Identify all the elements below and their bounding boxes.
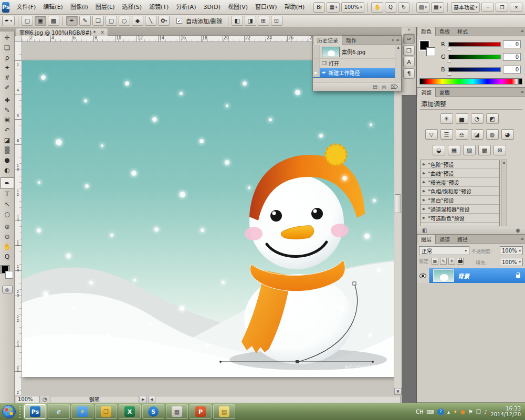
canvas-document[interactable]: ◫ www.nipic.com BY: younggg NO:200911211…	[22, 60, 394, 377]
history-brush-source-cell[interactable]	[313, 59, 320, 68]
channel-mixer-presets-row[interactable]: ▶"通道混和器"预设	[421, 205, 499, 214]
show-hidden-icons[interactable]: ▴	[447, 409, 450, 415]
restore-button[interactable]: ❐	[496, 3, 508, 12]
photo-filter-icon[interactable]: ◍	[486, 129, 499, 140]
lock-transparent-pixels-button[interactable]: ▦	[432, 258, 438, 265]
path-op-add-button[interactable]: ◧	[232, 16, 243, 26]
history-snapshot-row[interactable]: 案例6.jpg	[313, 45, 395, 59]
new-snapshot-icon[interactable]: ◎	[382, 84, 386, 90]
collapse-panel-icon[interactable]: «	[391, 38, 394, 43]
3d-rotate-tool[interactable]: ⊕	[1, 222, 14, 232]
taskbar-sogou-button[interactable]: S	[142, 404, 164, 419]
vibrance-icon[interactable]: ▽	[425, 129, 438, 140]
taskbar-weather-button[interactable]: ☀	[71, 404, 93, 419]
selective-color-presets-row[interactable]: ▶"可选颜色"预设	[421, 214, 499, 223]
character-panel-button[interactable]: A	[403, 57, 415, 67]
menu-edit[interactable]: 编辑(E)	[39, 0, 67, 15]
exposure-presets-row[interactable]: ▶"曝光度"预设	[421, 178, 499, 187]
arrange-documents-button[interactable]: ▩▾	[431, 2, 444, 13]
update-tray-icon[interactable]: ●	[460, 409, 465, 415]
expand-arrow-icon[interactable]: ▶	[423, 216, 425, 220]
fill-field[interactable]: 100%▾	[500, 258, 523, 266]
curves-presets-row[interactable]: ▶"曲线"预设	[421, 169, 499, 178]
taskbar-excel-button[interactable]: X	[119, 404, 141, 419]
document-tab[interactable]: 案例6.jpg @ 100%(RGB/8#) * ×	[16, 28, 108, 36]
color-balance-icon[interactable]: ♎	[456, 129, 468, 140]
vertical-scrollbar[interactable]: ▲ ▼	[394, 42, 402, 395]
status-expand-icon[interactable]: ▶	[140, 396, 147, 403]
tab-masks[interactable]: 蒙版	[436, 88, 454, 97]
history-state-pointer[interactable]: ▶	[313, 68, 320, 77]
custom-shape-option-button[interactable]: ✿▾	[158, 16, 170, 26]
eyedropper-tool[interactable]: ✐	[1, 82, 14, 92]
invert-icon[interactable]: ◒	[433, 145, 445, 155]
shape-layers-mode-button[interactable]: ▢	[22, 16, 33, 26]
keyboard-icon[interactable]: ⌨	[426, 409, 434, 415]
path-op-subtract-button[interactable]: ◨	[245, 16, 256, 26]
dodge-tool[interactable]: ◐	[1, 165, 14, 175]
levels-presets-row[interactable]: ▶"色阶"预设	[421, 160, 499, 169]
line-option-button[interactable]: ╲	[145, 16, 156, 26]
panel-menu-icon[interactable]: ≡	[520, 237, 524, 242]
layer-row-background[interactable]: 背景	[417, 268, 525, 283]
blue-value-field[interactable]: 0	[503, 66, 521, 74]
path-op-exclude-button[interactable]: ⊡	[271, 16, 282, 26]
workspace-dropdown[interactable]: 基本功能▾	[451, 2, 480, 13]
menu-file[interactable]: 文件(F)	[13, 0, 39, 15]
lock-all-button[interactable]	[457, 258, 464, 265]
help-tray-icon[interactable]: ?	[437, 408, 444, 415]
blur-tool[interactable]: ●	[1, 155, 14, 165]
tab-history[interactable]: 历史记录	[313, 35, 342, 45]
zoom-tool[interactable]: Q	[1, 251, 14, 261]
menu-filter[interactable]: 滤镜(T)	[145, 0, 172, 15]
posterize-icon[interactable]: ▦	[448, 145, 460, 155]
blue-slider[interactable]	[448, 67, 501, 72]
close-tab-icon[interactable]: ×	[100, 29, 104, 35]
history-state-open[interactable]: ❐ 打开	[313, 59, 395, 68]
panel-menu-icon[interactable]: ≡	[396, 38, 400, 43]
lasso-tool[interactable]: ρ	[1, 52, 14, 62]
taskbar-clock[interactable]: 16:33 2014/12/20	[490, 406, 521, 417]
black-white-icon[interactable]: ◪	[471, 129, 484, 140]
menu-window[interactable]: 窗口(W)	[251, 0, 280, 15]
volume-muted-icon[interactable]: ♪	[484, 409, 487, 415]
rotate-view-button[interactable]: ↻	[398, 2, 410, 13]
brushes-panel-button[interactable]: ✑	[403, 34, 415, 44]
history-state-new-work-path[interactable]: ▶ ✒ 新建工作路径	[313, 68, 395, 78]
taskbar-ie-button[interactable]: e	[48, 404, 70, 419]
preset-scrollbar[interactable]: ▲	[501, 160, 507, 226]
scroll-down-icon[interactable]: ▼	[394, 388, 402, 395]
clone-stamp-tool[interactable]: ⌘	[1, 115, 14, 125]
network-tray-icon[interactable]: ❒	[476, 409, 481, 415]
move-tool[interactable]: ✛	[1, 33, 14, 43]
menu-select[interactable]: 选择(S)	[118, 0, 145, 15]
taskbar-notes-button[interactable]: ▤	[213, 404, 235, 419]
curves-icon[interactable]: ◔	[471, 113, 484, 124]
lock-image-pixels-button[interactable]: ✎	[440, 258, 447, 265]
menu-image[interactable]: 图像(I)	[67, 0, 92, 15]
quick-mask-button[interactable]: ◎	[2, 286, 13, 293]
pen-option-button[interactable]: ✒	[66, 16, 78, 26]
toggle-visibility-icon[interactable]: ◉	[516, 227, 520, 233]
freeform-pen-option-button[interactable]: ✎	[79, 16, 91, 26]
opacity-field[interactable]: 100%▾	[500, 246, 523, 255]
hue-saturation-presets-row[interactable]: ▶"色相/饱和度"预设	[421, 187, 499, 196]
polygon-option-button[interactable]: ◆	[132, 16, 143, 26]
type-tool[interactable]: T	[1, 189, 14, 199]
bridge-button[interactable]: Br	[313, 2, 325, 13]
red-value-field[interactable]: 0	[503, 40, 521, 48]
ellipse-option-button[interactable]: ○	[119, 16, 130, 26]
minimize-button[interactable]: ─	[481, 3, 494, 12]
expand-arrow-icon[interactable]: ▶	[423, 207, 425, 211]
clone-source-panel-button[interactable]: ❐	[403, 45, 415, 56]
tab-channels[interactable]: 通道	[436, 235, 454, 244]
quick-selection-tool[interactable]: ✦	[1, 62, 14, 72]
background-color-swatch[interactable]	[426, 47, 435, 56]
menu-layer[interactable]: 图层(L)	[92, 0, 119, 15]
paths-mode-button[interactable]: ▣	[35, 16, 46, 26]
threshold-icon[interactable]: ▨	[463, 145, 476, 155]
slider-handle[interactable]	[447, 59, 452, 62]
flag-tray-icon[interactable]: ⚑	[468, 409, 473, 415]
delete-state-icon[interactable]: ⌦	[391, 84, 398, 90]
levels-icon[interactable]: ▅	[456, 113, 468, 124]
